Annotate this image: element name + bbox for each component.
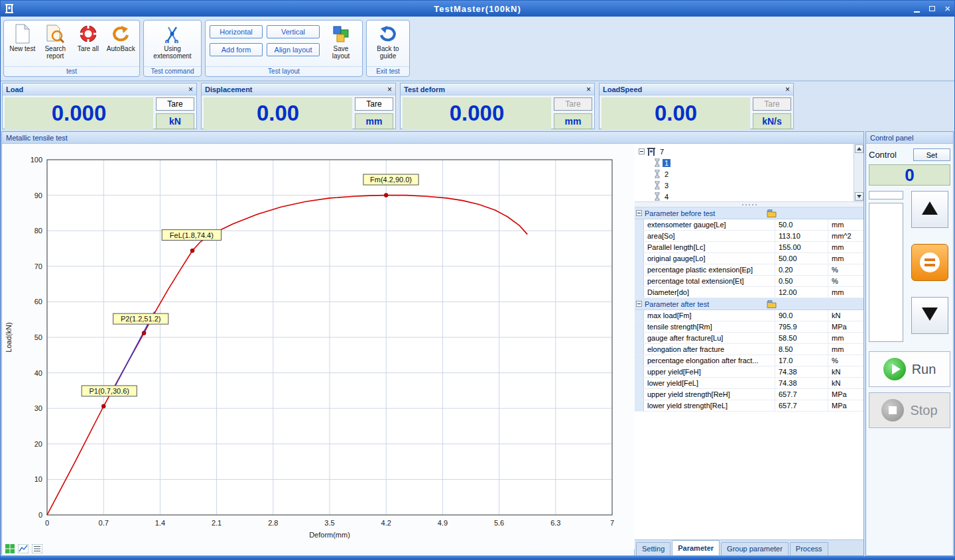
tare-all-button[interactable]: Tare all (74, 23, 103, 52)
parameter-row[interactable]: area[So]113.10mm^2 (635, 231, 863, 242)
parameter-value: 50.0 (775, 219, 828, 230)
close-button[interactable]: × (944, 5, 950, 13)
parameter-row[interactable]: upper yield[FeH]74.38kN (635, 366, 863, 378)
parameter-value: 0.50 (775, 276, 828, 286)
run-button[interactable]: Run (869, 351, 950, 387)
parameter-unit: % (828, 276, 863, 286)
tree-root-item[interactable]: 7 (639, 146, 863, 157)
parameter-row[interactable]: Parallel length[Lc]155.00mm (635, 242, 863, 253)
folder-icon[interactable] (763, 300, 777, 308)
parameter-row[interactable]: tensile strength[Rm]795.9MPa (635, 321, 863, 333)
tare-all-label: Tare all (78, 45, 99, 52)
back-to-guide-button[interactable]: Back to guide (371, 23, 405, 60)
parameter-row[interactable]: Diameter[do]12.00mm (635, 287, 863, 298)
tree-item[interactable]: 2 (639, 168, 863, 180)
machine-icon (647, 148, 655, 156)
parameter-row[interactable]: original gauge[Lo]50.00mm (635, 253, 863, 264)
parameter-row[interactable]: percentage total extension[Et]0.50% (635, 276, 863, 287)
tab-setting[interactable]: Setting (636, 542, 670, 555)
displacement-tare-button[interactable]: Tare (355, 97, 393, 111)
stop-button[interactable]: Stop (869, 392, 950, 428)
control-mini-field[interactable] (869, 191, 903, 199)
svg-text:Load(kN): Load(kN) (5, 322, 13, 352)
vertical-button[interactable]: Vertical (267, 25, 320, 38)
autoback-button[interactable]: AutoBack (107, 23, 136, 52)
align-layout-button[interactable]: Align layout (267, 43, 320, 56)
close-icon[interactable]: × (387, 85, 392, 94)
svg-text:P1(0.7,30.6): P1(0.7,30.6) (89, 387, 129, 395)
folder-icon[interactable] (763, 209, 777, 217)
parameter-row[interactable]: lower yield strength[ReL]657.7MPa (635, 400, 863, 412)
load-tare-button[interactable]: Tare (156, 97, 194, 111)
parameter-row[interactable]: elongation after fracture8.50mm (635, 344, 863, 355)
stop-icon (881, 399, 904, 421)
parameter-value: 8.50 (775, 344, 828, 355)
loadspeed-unit-label: kN/s (753, 113, 791, 129)
using-extensometer-button[interactable]: Using extensoment (148, 23, 197, 60)
pane-splitter[interactable] (635, 202, 863, 207)
parameter-unit: mm (828, 333, 863, 343)
parameter-row[interactable]: lower yield[FeL]74.38kN (635, 378, 863, 389)
pause-button[interactable] (911, 244, 948, 281)
parameter-row[interactable]: gauge after fracture[Lu]58.50mm (635, 333, 863, 344)
control-value-display: 0 (869, 164, 950, 186)
parameter-unit: mm (828, 242, 863, 252)
parameter-name: upper yield[FeH] (644, 366, 775, 377)
displacement-value: 0.00 (204, 97, 352, 129)
collapse-icon[interactable] (636, 301, 642, 307)
parameter-value: 90.0 (775, 310, 828, 321)
test-deform-tare-button[interactable]: Tare (554, 97, 592, 111)
row-gutter (635, 355, 644, 366)
set-button[interactable]: Set (913, 148, 950, 161)
close-icon[interactable]: × (785, 85, 790, 94)
parameter-value: 17.0 (775, 355, 828, 366)
parameter-row[interactable]: upper yield strength[ReH]657.7MPa (635, 389, 863, 400)
tree-item[interactable]: 3 (639, 180, 863, 191)
scroll-down-icon[interactable] (855, 192, 863, 201)
parameter-group-header[interactable]: Parameter before test (635, 207, 863, 219)
test-deform-unit-label: mm (554, 113, 592, 129)
minimize-button[interactable] (914, 5, 920, 13)
horizontal-button[interactable]: Horizontal (210, 25, 263, 38)
save-layout-button[interactable]: Save layout (324, 23, 358, 60)
svg-text:0.7: 0.7 (99, 519, 109, 527)
parameter-group-header[interactable]: Parameter after test (635, 298, 863, 310)
search-report-button[interactable]: Search report (41, 23, 70, 60)
displacement-unit-label: mm (355, 113, 393, 129)
scroll-up-icon[interactable] (855, 144, 863, 153)
add-form-button[interactable]: Add form (210, 43, 263, 56)
parameter-row[interactable]: max load[Fm]90.0kN (635, 310, 863, 321)
close-icon[interactable]: × (188, 85, 193, 94)
row-gutter (635, 242, 644, 252)
tree-scrollbar[interactable] (854, 144, 863, 201)
grid-view-icon[interactable] (5, 544, 15, 553)
tab-group-parameter[interactable]: Group parameter (721, 542, 789, 555)
new-test-button[interactable]: New test (8, 23, 37, 52)
parameter-name: elongation after fracture (644, 344, 775, 355)
group-caption-test: test (4, 66, 139, 76)
tree-item[interactable]: 4 (639, 191, 863, 202)
parameter-row[interactable]: extensometer gauge[Le]50.0mm (635, 219, 863, 231)
maximize-button[interactable] (929, 5, 935, 13)
tree-item[interactable]: 1 (639, 157, 863, 168)
collapse-icon[interactable] (639, 148, 645, 154)
svg-text:100: 100 (31, 156, 42, 164)
list-view-icon[interactable] (32, 544, 42, 553)
parameter-row[interactable]: percentage elongation after fract...17.0… (635, 355, 863, 366)
jog-down-button[interactable] (911, 297, 948, 334)
control-slider-track[interactable] (869, 203, 903, 342)
tab-parameter[interactable]: Parameter (672, 540, 720, 555)
curve-view-icon[interactable] (18, 544, 29, 553)
tab-process[interactable]: Process (790, 542, 828, 555)
load-display-panel: Load× 0.000 Tare kN (2, 83, 197, 129)
parameter-name: Parallel length[Lc] (644, 242, 775, 252)
control-label: Control (869, 150, 897, 160)
down-arrow-icon (921, 306, 939, 325)
collapse-icon[interactable] (636, 210, 642, 216)
jog-up-button[interactable] (911, 191, 948, 228)
close-icon[interactable]: × (586, 85, 591, 94)
loadspeed-tare-button[interactable]: Tare (753, 97, 791, 111)
parameter-row[interactable]: percentage plastic extension[Ep]0.20% (635, 264, 863, 276)
parameter-unit: mm (828, 253, 863, 264)
test-deform-panel-title: Test deform (404, 85, 445, 93)
